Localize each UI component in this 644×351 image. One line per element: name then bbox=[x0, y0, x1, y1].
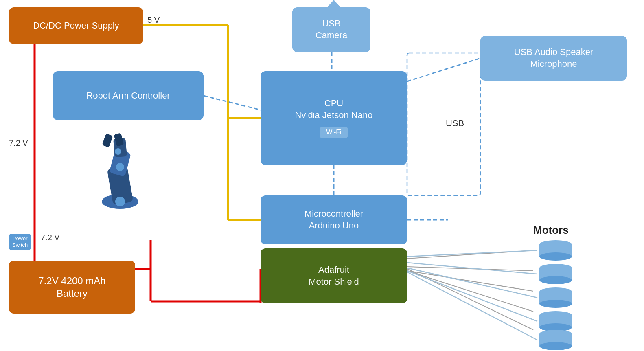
wifi-box: Wi-Fi bbox=[320, 127, 348, 138]
svg-point-40 bbox=[539, 300, 572, 308]
motor-2 bbox=[537, 264, 574, 284]
dcdc-label: DC/DC Power Supply bbox=[33, 20, 119, 32]
svg-line-17 bbox=[407, 271, 533, 291]
battery-label: 7.2V 4200 mAhBattery bbox=[38, 274, 105, 300]
72v-bottom-label: 7.2 V bbox=[41, 233, 60, 242]
svg-point-37 bbox=[539, 276, 572, 284]
motor-3 bbox=[537, 287, 574, 308]
motor-shield-label: AdafruitMotor Shield bbox=[309, 264, 359, 287]
diagram: DC/DC Power Supply 5 V 7.2 V 7.2 V Robot… bbox=[0, 0, 644, 351]
svg-line-50 bbox=[407, 271, 537, 321]
motor-5 bbox=[537, 330, 574, 350]
svg-rect-25 bbox=[102, 134, 113, 147]
72v-left-label: 7.2 V bbox=[9, 138, 28, 148]
svg-line-49 bbox=[407, 268, 537, 298]
usb-audio-box: USB Audio SpeakerMicrophone bbox=[480, 36, 627, 81]
motors-label: Motors bbox=[533, 224, 569, 237]
cpu-label: CPUNvidia Jetson Nano bbox=[295, 98, 373, 121]
dcdc-power-supply-box: DC/DC Power Supply bbox=[9, 7, 143, 44]
robot-arm-svg bbox=[71, 130, 169, 212]
robot-arm-image bbox=[63, 126, 177, 216]
svg-rect-20 bbox=[407, 53, 480, 195]
usb-audio-label: USB Audio SpeakerMicrophone bbox=[514, 46, 593, 70]
svg-line-16 bbox=[407, 267, 533, 271]
svg-point-28 bbox=[115, 148, 121, 155]
usb-camera-label: USBCamera bbox=[315, 18, 347, 41]
svg-point-46 bbox=[539, 342, 572, 350]
svg-point-34 bbox=[539, 252, 572, 261]
usb-label: USB bbox=[446, 118, 464, 129]
power-switch-box: PowerSwitch bbox=[9, 234, 31, 250]
svg-line-10 bbox=[204, 96, 261, 110]
svg-line-15 bbox=[407, 250, 533, 259]
svg-line-51 bbox=[407, 272, 537, 340]
5v-label: 5 V bbox=[147, 15, 160, 25]
svg-line-11 bbox=[407, 58, 480, 81]
usb-camera-box: USBCamera bbox=[292, 7, 370, 52]
svg-line-18 bbox=[407, 271, 533, 312]
svg-line-19 bbox=[407, 269, 533, 330]
wifi-label: Wi-Fi bbox=[326, 129, 341, 136]
battery-box: 7.2V 4200 mAhBattery bbox=[9, 261, 135, 314]
cpu-box: CPUNvidia Jetson Nano Wi-Fi bbox=[261, 71, 407, 165]
robot-arm-controller-box: Robot Arm Controller bbox=[53, 71, 204, 120]
motor-1 bbox=[537, 240, 574, 261]
power-switch-label: PowerSwitch bbox=[12, 235, 28, 248]
robot-arm-label: Robot Arm Controller bbox=[86, 90, 170, 102]
microcontroller-box: MicrocontrollerArduino Uno bbox=[261, 195, 407, 244]
svg-line-47 bbox=[407, 250, 537, 257]
motor-4 bbox=[537, 311, 574, 331]
svg-line-48 bbox=[407, 263, 537, 274]
svg-point-29 bbox=[115, 197, 125, 206]
microcontroller-label: MicrocontrollerArduino Uno bbox=[304, 208, 363, 231]
svg-point-27 bbox=[116, 163, 124, 171]
power-switch-container: PowerSwitch bbox=[9, 237, 25, 247]
motor-shield-box: AdafruitMotor Shield bbox=[261, 248, 407, 303]
